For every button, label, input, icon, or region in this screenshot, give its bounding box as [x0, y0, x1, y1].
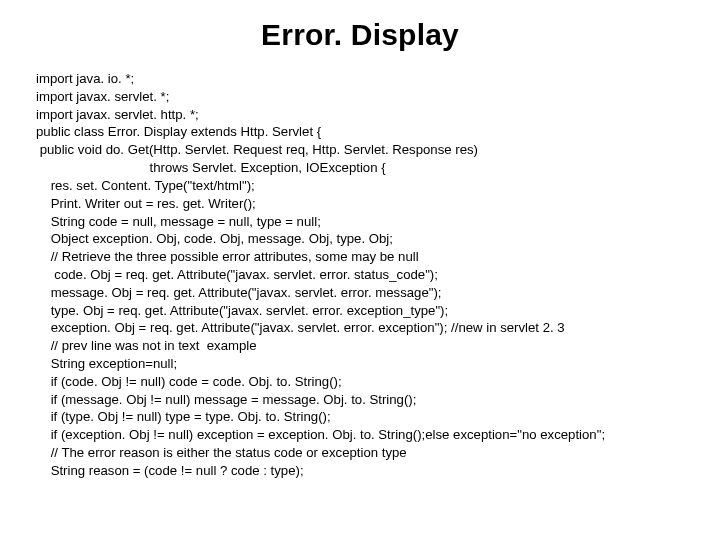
code-line: import java. io. *; [36, 70, 684, 88]
code-line: public class Error. Display extends Http… [36, 123, 684, 141]
code-line: // prev line was not in text example [36, 337, 684, 355]
code-line: if (type. Obj != null) type = type. Obj.… [36, 408, 684, 426]
code-line: if (exception. Obj != null) exception = … [36, 426, 684, 444]
code-line: String code = null, message = null, type… [36, 213, 684, 231]
code-line: if (message. Obj != null) message = mess… [36, 391, 684, 409]
code-line: if (code. Obj != null) code = code. Obj.… [36, 373, 684, 391]
slide-title: Error. Display [36, 18, 684, 52]
code-line: // Retrieve the three possible error att… [36, 248, 684, 266]
code-line: exception. Obj = req. get. Attribute("ja… [36, 319, 684, 337]
code-line: // The error reason is either the status… [36, 444, 684, 462]
code-line: Print. Writer out = res. get. Writer(); [36, 195, 684, 213]
code-line: Object exception. Obj, code. Obj, messag… [36, 230, 684, 248]
code-line: res. set. Content. Type("text/html"); [36, 177, 684, 195]
code-line: public void do. Get(Http. Servlet. Reque… [36, 141, 684, 159]
code-line: import javax. servlet. http. *; [36, 106, 684, 124]
code-line: import javax. servlet. *; [36, 88, 684, 106]
code-line: String exception=null; [36, 355, 684, 373]
code-line: type. Obj = req. get. Attribute("javax. … [36, 302, 684, 320]
code-line: message. Obj = req. get. Attribute("java… [36, 284, 684, 302]
code-line: String reason = (code != null ? code : t… [36, 462, 684, 480]
code-line: throws Servlet. Exception, IOException { [36, 159, 684, 177]
code-line: code. Obj = req. get. Attribute("javax. … [36, 266, 684, 284]
slide-container: Error. Display import java. io. *;import… [0, 0, 720, 540]
code-block: import java. io. *;import javax. servlet… [36, 70, 684, 480]
